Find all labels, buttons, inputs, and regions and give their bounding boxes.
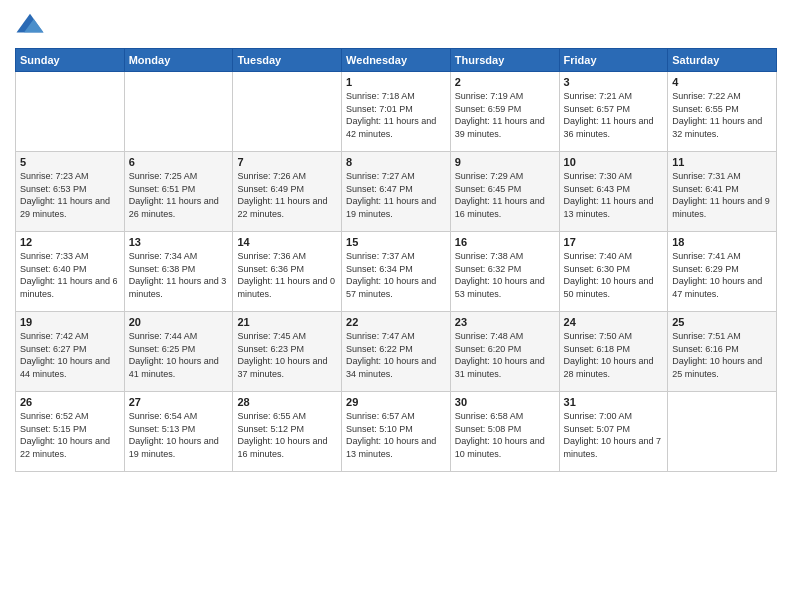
cell-content: Sunrise: 7:00 AM Sunset: 5:07 PM Dayligh…: [564, 410, 664, 460]
calendar-cell: 21Sunrise: 7:45 AM Sunset: 6:23 PM Dayli…: [233, 312, 342, 392]
cell-content: Sunrise: 6:54 AM Sunset: 5:13 PM Dayligh…: [129, 410, 229, 460]
calendar-cell: 12Sunrise: 7:33 AM Sunset: 6:40 PM Dayli…: [16, 232, 125, 312]
day-number: 14: [237, 236, 337, 248]
calendar-cell: 31Sunrise: 7:00 AM Sunset: 5:07 PM Dayli…: [559, 392, 668, 472]
calendar-week-0: 1Sunrise: 7:18 AM Sunset: 7:01 PM Daylig…: [16, 72, 777, 152]
day-number: 23: [455, 316, 555, 328]
day-number: 10: [564, 156, 664, 168]
calendar-cell: 15Sunrise: 7:37 AM Sunset: 6:34 PM Dayli…: [342, 232, 451, 312]
day-number: 2: [455, 76, 555, 88]
weekday-header-friday: Friday: [559, 49, 668, 72]
cell-content: Sunrise: 7:38 AM Sunset: 6:32 PM Dayligh…: [455, 250, 555, 300]
day-number: 7: [237, 156, 337, 168]
calendar-cell: 29Sunrise: 6:57 AM Sunset: 5:10 PM Dayli…: [342, 392, 451, 472]
calendar-week-4: 26Sunrise: 6:52 AM Sunset: 5:15 PM Dayli…: [16, 392, 777, 472]
cell-content: Sunrise: 7:21 AM Sunset: 6:57 PM Dayligh…: [564, 90, 664, 140]
day-number: 31: [564, 396, 664, 408]
cell-content: Sunrise: 7:44 AM Sunset: 6:25 PM Dayligh…: [129, 330, 229, 380]
cell-content: Sunrise: 7:45 AM Sunset: 6:23 PM Dayligh…: [237, 330, 337, 380]
day-number: 21: [237, 316, 337, 328]
calendar-cell: 2Sunrise: 7:19 AM Sunset: 6:59 PM Daylig…: [450, 72, 559, 152]
weekday-header-thursday: Thursday: [450, 49, 559, 72]
calendar-week-2: 12Sunrise: 7:33 AM Sunset: 6:40 PM Dayli…: [16, 232, 777, 312]
logo: [15, 10, 49, 40]
calendar-cell: 14Sunrise: 7:36 AM Sunset: 6:36 PM Dayli…: [233, 232, 342, 312]
cell-content: Sunrise: 6:55 AM Sunset: 5:12 PM Dayligh…: [237, 410, 337, 460]
day-number: 24: [564, 316, 664, 328]
calendar-cell: 26Sunrise: 6:52 AM Sunset: 5:15 PM Dayli…: [16, 392, 125, 472]
day-number: 5: [20, 156, 120, 168]
cell-content: Sunrise: 7:18 AM Sunset: 7:01 PM Dayligh…: [346, 90, 446, 140]
day-number: 13: [129, 236, 229, 248]
cell-content: Sunrise: 7:48 AM Sunset: 6:20 PM Dayligh…: [455, 330, 555, 380]
weekday-header-wednesday: Wednesday: [342, 49, 451, 72]
logo-icon: [15, 10, 45, 40]
cell-content: Sunrise: 7:27 AM Sunset: 6:47 PM Dayligh…: [346, 170, 446, 220]
cell-content: Sunrise: 7:42 AM Sunset: 6:27 PM Dayligh…: [20, 330, 120, 380]
calendar-cell: 3Sunrise: 7:21 AM Sunset: 6:57 PM Daylig…: [559, 72, 668, 152]
calendar-cell: [124, 72, 233, 152]
page: SundayMondayTuesdayWednesdayThursdayFrid…: [0, 0, 792, 612]
cell-content: Sunrise: 7:25 AM Sunset: 6:51 PM Dayligh…: [129, 170, 229, 220]
cell-content: Sunrise: 7:34 AM Sunset: 6:38 PM Dayligh…: [129, 250, 229, 300]
cell-content: Sunrise: 7:22 AM Sunset: 6:55 PM Dayligh…: [672, 90, 772, 140]
cell-content: Sunrise: 7:23 AM Sunset: 6:53 PM Dayligh…: [20, 170, 120, 220]
day-number: 20: [129, 316, 229, 328]
calendar-cell: [668, 392, 777, 472]
cell-content: Sunrise: 7:29 AM Sunset: 6:45 PM Dayligh…: [455, 170, 555, 220]
cell-content: Sunrise: 6:52 AM Sunset: 5:15 PM Dayligh…: [20, 410, 120, 460]
cell-content: Sunrise: 7:33 AM Sunset: 6:40 PM Dayligh…: [20, 250, 120, 300]
calendar-header: SundayMondayTuesdayWednesdayThursdayFrid…: [16, 49, 777, 72]
day-number: 4: [672, 76, 772, 88]
day-number: 18: [672, 236, 772, 248]
calendar-cell: [16, 72, 125, 152]
calendar-cell: 1Sunrise: 7:18 AM Sunset: 7:01 PM Daylig…: [342, 72, 451, 152]
day-number: 22: [346, 316, 446, 328]
day-number: 29: [346, 396, 446, 408]
calendar-cell: 18Sunrise: 7:41 AM Sunset: 6:29 PM Dayli…: [668, 232, 777, 312]
day-number: 16: [455, 236, 555, 248]
weekday-header-monday: Monday: [124, 49, 233, 72]
weekday-header-saturday: Saturday: [668, 49, 777, 72]
cell-content: Sunrise: 7:50 AM Sunset: 6:18 PM Dayligh…: [564, 330, 664, 380]
calendar-cell: 7Sunrise: 7:26 AM Sunset: 6:49 PM Daylig…: [233, 152, 342, 232]
cell-content: Sunrise: 7:26 AM Sunset: 6:49 PM Dayligh…: [237, 170, 337, 220]
cell-content: Sunrise: 7:41 AM Sunset: 6:29 PM Dayligh…: [672, 250, 772, 300]
calendar-cell: 25Sunrise: 7:51 AM Sunset: 6:16 PM Dayli…: [668, 312, 777, 392]
calendar-cell: 16Sunrise: 7:38 AM Sunset: 6:32 PM Dayli…: [450, 232, 559, 312]
calendar-week-1: 5Sunrise: 7:23 AM Sunset: 6:53 PM Daylig…: [16, 152, 777, 232]
day-number: 3: [564, 76, 664, 88]
calendar-week-3: 19Sunrise: 7:42 AM Sunset: 6:27 PM Dayli…: [16, 312, 777, 392]
day-number: 11: [672, 156, 772, 168]
calendar-cell: 10Sunrise: 7:30 AM Sunset: 6:43 PM Dayli…: [559, 152, 668, 232]
day-number: 27: [129, 396, 229, 408]
day-number: 17: [564, 236, 664, 248]
calendar-cell: 4Sunrise: 7:22 AM Sunset: 6:55 PM Daylig…: [668, 72, 777, 152]
calendar-cell: 8Sunrise: 7:27 AM Sunset: 6:47 PM Daylig…: [342, 152, 451, 232]
calendar-cell: 27Sunrise: 6:54 AM Sunset: 5:13 PM Dayli…: [124, 392, 233, 472]
calendar: SundayMondayTuesdayWednesdayThursdayFrid…: [15, 48, 777, 472]
calendar-cell: 28Sunrise: 6:55 AM Sunset: 5:12 PM Dayli…: [233, 392, 342, 472]
calendar-cell: [233, 72, 342, 152]
cell-content: Sunrise: 7:19 AM Sunset: 6:59 PM Dayligh…: [455, 90, 555, 140]
day-number: 1: [346, 76, 446, 88]
day-number: 19: [20, 316, 120, 328]
calendar-cell: 17Sunrise: 7:40 AM Sunset: 6:30 PM Dayli…: [559, 232, 668, 312]
cell-content: Sunrise: 7:31 AM Sunset: 6:41 PM Dayligh…: [672, 170, 772, 220]
calendar-cell: 13Sunrise: 7:34 AM Sunset: 6:38 PM Dayli…: [124, 232, 233, 312]
calendar-cell: 30Sunrise: 6:58 AM Sunset: 5:08 PM Dayli…: [450, 392, 559, 472]
calendar-cell: 5Sunrise: 7:23 AM Sunset: 6:53 PM Daylig…: [16, 152, 125, 232]
weekday-header-sunday: Sunday: [16, 49, 125, 72]
cell-content: Sunrise: 7:51 AM Sunset: 6:16 PM Dayligh…: [672, 330, 772, 380]
day-number: 26: [20, 396, 120, 408]
calendar-cell: 6Sunrise: 7:25 AM Sunset: 6:51 PM Daylig…: [124, 152, 233, 232]
header: [15, 10, 777, 40]
calendar-cell: 19Sunrise: 7:42 AM Sunset: 6:27 PM Dayli…: [16, 312, 125, 392]
calendar-cell: 20Sunrise: 7:44 AM Sunset: 6:25 PM Dayli…: [124, 312, 233, 392]
calendar-cell: 24Sunrise: 7:50 AM Sunset: 6:18 PM Dayli…: [559, 312, 668, 392]
calendar-cell: 9Sunrise: 7:29 AM Sunset: 6:45 PM Daylig…: [450, 152, 559, 232]
day-number: 30: [455, 396, 555, 408]
day-number: 6: [129, 156, 229, 168]
calendar-cell: 22Sunrise: 7:47 AM Sunset: 6:22 PM Dayli…: [342, 312, 451, 392]
day-number: 28: [237, 396, 337, 408]
